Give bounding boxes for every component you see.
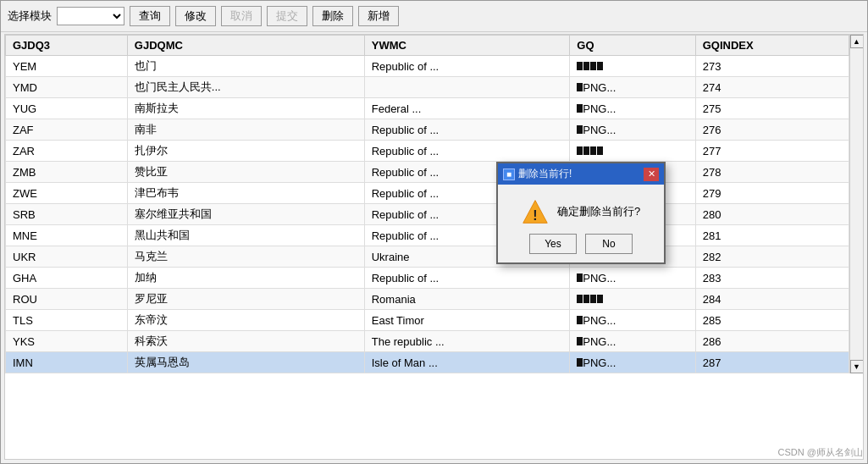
cancel-button[interactable]: 取消: [221, 6, 262, 26]
toolbar: 选择模块 查询 修改 取消 提交 删除 新增: [1, 1, 867, 32]
dialog-no-button[interactable]: No: [585, 234, 633, 254]
dialog-message-row: ! 确定删除当前行?: [522, 198, 640, 225]
edit-button[interactable]: 修改: [175, 6, 216, 26]
delete-confirm-dialog: ■ 删除当前行! ✕ ! 确定删除当前行?: [496, 162, 666, 264]
dialog-title-icon: ■: [503, 168, 515, 180]
dialog-yes-button[interactable]: Yes: [529, 234, 577, 254]
dialog-close-button[interactable]: ✕: [644, 168, 659, 181]
modal-overlay: ■ 删除当前行! ✕ ! 确定删除当前行?: [5, 35, 863, 459]
dialog-title-text: 删除当前行!: [518, 167, 572, 181]
dialog-buttons: Yes No: [529, 234, 633, 254]
svg-text:!: !: [533, 208, 537, 223]
watermark: CSDN @师从名剑山: [778, 446, 863, 459]
dialog-message-text: 确定删除当前行?: [557, 204, 640, 219]
delete-button[interactable]: 删除: [312, 6, 353, 26]
table-container: GJDQ3 GJDQMC YWMC GQ GQINDEX YEM也门Republ…: [4, 34, 864, 460]
module-label: 选择模块: [8, 8, 52, 24]
add-button[interactable]: 新增: [358, 6, 399, 26]
query-button[interactable]: 查询: [130, 6, 170, 26]
dialog-body: ! 确定删除当前行? Yes No: [498, 185, 664, 262]
dialog-title-left: ■ 删除当前行!: [503, 167, 572, 181]
main-window: 选择模块 查询 修改 取消 提交 删除 新增 GJDQ3 GJDQMC YWMC…: [0, 0, 868, 464]
warning-icon: !: [522, 198, 549, 225]
dialog-titlebar: ■ 删除当前行! ✕: [498, 163, 664, 185]
submit-button[interactable]: 提交: [267, 6, 307, 26]
module-select[interactable]: [57, 7, 124, 25]
